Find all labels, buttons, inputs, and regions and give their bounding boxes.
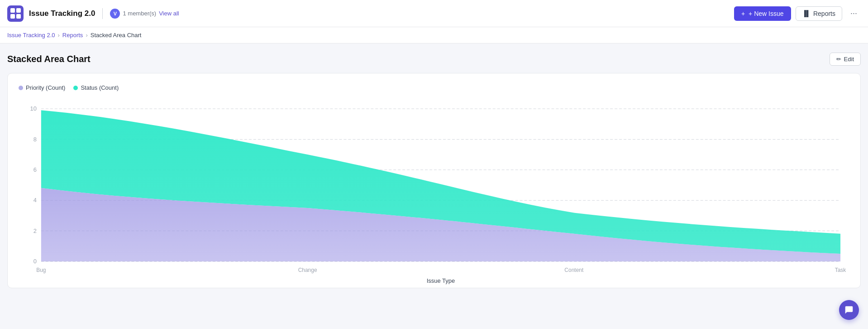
new-issue-button[interactable]: + + New Issue (734, 6, 791, 21)
svg-text:8: 8 (33, 135, 37, 142)
reports-label: Reports (813, 10, 835, 17)
svg-text:10: 10 (30, 105, 36, 112)
legend-label-status: Status (Count) (81, 84, 119, 91)
logo-dot (16, 8, 21, 13)
ellipsis-icon: ··· (850, 9, 857, 18)
more-options-button[interactable]: ··· (847, 7, 861, 20)
logo-dot (10, 14, 15, 19)
header-actions: + + New Issue ▐▌ Reports ··· (734, 6, 861, 21)
app-logo (7, 5, 24, 22)
logo-dot (16, 14, 21, 19)
svg-text:Content: Content (564, 267, 583, 273)
breadcrumb-separator: › (86, 32, 87, 39)
svg-text:6: 6 (33, 166, 37, 173)
svg-text:Task: Task (835, 267, 846, 273)
chart-card: Priority (Count) Status (Count) (7, 73, 861, 288)
legend-item-status: Status (Count) (73, 84, 119, 91)
member-avatar: V (110, 9, 120, 19)
page-header: Stacked Area Chart ✏ Edit (7, 53, 861, 66)
svg-text:2: 2 (33, 227, 37, 234)
breadcrumb-item-project[interactable]: Issue Tracking 2.0 (7, 32, 55, 39)
chart-container: 10 8 6 4 2 0 (19, 99, 849, 281)
svg-text:Bug: Bug (36, 267, 46, 273)
logo-grid (10, 8, 21, 19)
plus-icon: + (741, 10, 745, 17)
edit-button[interactable]: ✏ Edit (830, 53, 861, 66)
stacked-area-chart: 10 8 6 4 2 0 (19, 99, 849, 281)
members-count: 1 member(s) (123, 10, 156, 17)
chart-legend: Priority (Count) Status (Count) (19, 84, 849, 91)
main-content: Stacked Area Chart ✏ Edit Priority (Coun… (0, 44, 868, 297)
breadcrumb: Issue Tracking 2.0 › Reports › Stacked A… (0, 27, 868, 44)
bar-chart-icon: ▐▌ (802, 10, 811, 17)
svg-text:Issue Type: Issue Type (427, 277, 455, 284)
legend-dot-priority (19, 86, 23, 90)
view-all-link[interactable]: View all (159, 10, 179, 17)
reports-button[interactable]: ▐▌ Reports (796, 6, 842, 21)
breadcrumb-separator: › (58, 32, 60, 39)
svg-text:4: 4 (33, 197, 37, 203)
legend-item-priority: Priority (Count) (19, 84, 65, 91)
breadcrumb-item-reports[interactable]: Reports (62, 32, 83, 39)
page-title: Stacked Area Chart (7, 54, 91, 64)
svg-text:0: 0 (33, 258, 37, 265)
edit-label: Edit (844, 56, 854, 63)
legend-label-priority: Priority (Count) (26, 84, 65, 91)
new-issue-label: + New Issue (749, 10, 783, 17)
logo-dot (10, 8, 15, 13)
header: Issue Tracking 2.0 V 1 member(s) View al… (0, 0, 868, 27)
legend-dot-status (73, 86, 78, 90)
pencil-icon: ✏ (836, 56, 841, 63)
breadcrumb-item-current: Stacked Area Chart (91, 32, 142, 39)
app-title: Issue Tracking 2.0 (29, 9, 95, 18)
header-divider (102, 8, 103, 19)
svg-text:Change: Change (298, 267, 317, 273)
